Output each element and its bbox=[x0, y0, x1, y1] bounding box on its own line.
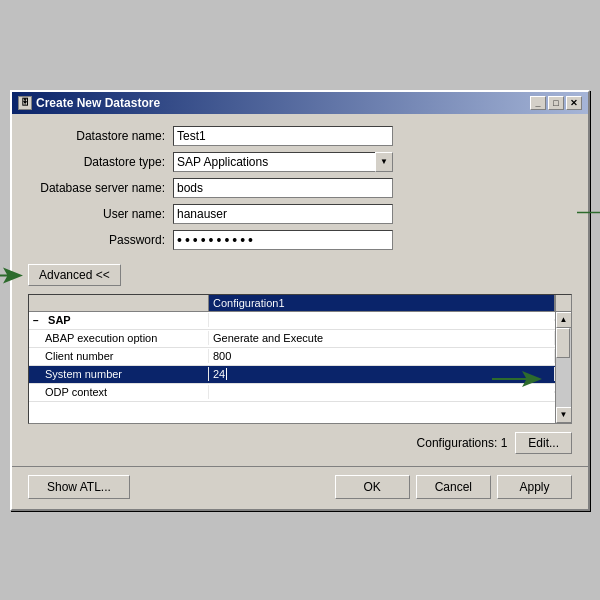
create-datastore-dialog: 🗄 Create New Datastore _ □ ✕ Datastore n… bbox=[10, 90, 590, 511]
grid-row-odp[interactable]: ODP context bbox=[29, 384, 555, 402]
datastore-name-row: Datastore name: bbox=[28, 126, 572, 146]
grid-cell-client-value: 800 bbox=[209, 349, 555, 363]
datastore-type-select-wrapper: SAP Applications ▼ bbox=[173, 152, 393, 172]
title-bar: 🗄 Create New Datastore _ □ ✕ bbox=[12, 92, 588, 114]
password-label: Password: bbox=[28, 233, 173, 247]
db-server-label: Database server name: bbox=[28, 181, 173, 195]
grid-cell-client-label: Client number bbox=[29, 349, 209, 363]
advanced-section: Advanced << Configuration1 bbox=[28, 264, 572, 454]
grid-cell-abap-label: ABAP execution option bbox=[29, 331, 209, 345]
title-bar-text: 🗄 Create New Datastore bbox=[18, 96, 160, 110]
svg-marker-0 bbox=[577, 206, 600, 219]
scrollbar-up-button[interactable]: ▲ bbox=[556, 312, 572, 328]
grid-scrollbar[interactable]: ▲ ▼ bbox=[555, 312, 571, 423]
username-arrow-indicator bbox=[577, 202, 600, 225]
password-input[interactable] bbox=[173, 230, 393, 250]
datastore-name-input[interactable] bbox=[173, 126, 393, 146]
grid-row-client[interactable]: Client number 800 bbox=[29, 348, 555, 366]
username-label: User name: bbox=[28, 207, 173, 221]
grid-cell-sap-value bbox=[209, 319, 555, 321]
apply-button[interactable]: Apply bbox=[497, 475, 572, 499]
advanced-arrow-indicator bbox=[0, 265, 23, 288]
datastore-type-label: Datastore type: bbox=[28, 155, 173, 169]
username-input[interactable] bbox=[173, 204, 393, 224]
show-atl-button[interactable]: Show ATL... bbox=[28, 475, 130, 499]
db-server-input[interactable] bbox=[173, 178, 393, 198]
grid-row-sap[interactable]: − SAP bbox=[29, 312, 555, 330]
advanced-button[interactable]: Advanced << bbox=[28, 264, 121, 286]
grid-cell-system-label: System number bbox=[29, 367, 209, 381]
bottom-buttons-bar: Show ATL... OK Cancel Apply bbox=[12, 466, 588, 509]
ok-cancel-apply-group: OK Cancel Apply bbox=[335, 475, 572, 499]
password-row: Password: bbox=[28, 230, 572, 250]
window-body: Datastore name: Datastore type: SAP Appl… bbox=[12, 114, 588, 466]
grid-cell-odp-label: ODP context bbox=[29, 385, 209, 399]
maximize-button[interactable]: □ bbox=[548, 96, 564, 110]
svg-marker-2 bbox=[492, 371, 542, 387]
svg-marker-1 bbox=[0, 267, 23, 283]
window-title: Create New Datastore bbox=[36, 96, 160, 110]
cancel-button[interactable]: Cancel bbox=[416, 475, 491, 499]
configs-label: Configurations: 1 bbox=[417, 436, 508, 450]
close-button[interactable]: ✕ bbox=[566, 96, 582, 110]
grid-cell-sap-label: − SAP bbox=[29, 313, 209, 327]
grid-header-left bbox=[29, 295, 209, 311]
select-dropdown-arrow[interactable]: ▼ bbox=[375, 152, 393, 172]
text-cursor bbox=[226, 368, 227, 380]
minimize-button[interactable]: _ bbox=[530, 96, 546, 110]
advanced-grid: Configuration1 − SAP ABAP execution opti… bbox=[28, 294, 572, 424]
window-icon: 🗄 bbox=[18, 96, 32, 110]
datastore-name-label: Datastore name: bbox=[28, 129, 173, 143]
system-number-arrow bbox=[492, 369, 542, 392]
edit-button[interactable]: Edit... bbox=[515, 432, 572, 454]
grid-scrollable: − SAP ABAP execution option Generate and… bbox=[29, 312, 571, 423]
datastore-type-row: Datastore type: SAP Applications ▼ bbox=[28, 152, 572, 172]
username-row: User name: bbox=[28, 204, 572, 224]
db-server-row: Database server name: bbox=[28, 178, 572, 198]
title-bar-buttons: _ □ ✕ bbox=[530, 96, 582, 110]
grid-cell-abap-value: Generate and Execute bbox=[209, 331, 555, 345]
grid-row-system-number[interactable]: System number 24 bbox=[29, 366, 555, 384]
grid-header-config: Configuration1 bbox=[209, 295, 555, 311]
grid-content: − SAP ABAP execution option Generate and… bbox=[29, 312, 555, 423]
scrollbar-thumb[interactable] bbox=[556, 328, 570, 358]
scrollbar-track[interactable] bbox=[556, 328, 571, 407]
scrollbar-down-button[interactable]: ▼ bbox=[556, 407, 572, 423]
datastore-type-select[interactable]: SAP Applications bbox=[173, 152, 376, 172]
ok-button[interactable]: OK bbox=[335, 475, 410, 499]
configs-row: Configurations: 1 Edit... bbox=[28, 432, 572, 454]
grid-header: Configuration1 bbox=[29, 295, 571, 312]
grid-row-abap[interactable]: ABAP execution option Generate and Execu… bbox=[29, 330, 555, 348]
